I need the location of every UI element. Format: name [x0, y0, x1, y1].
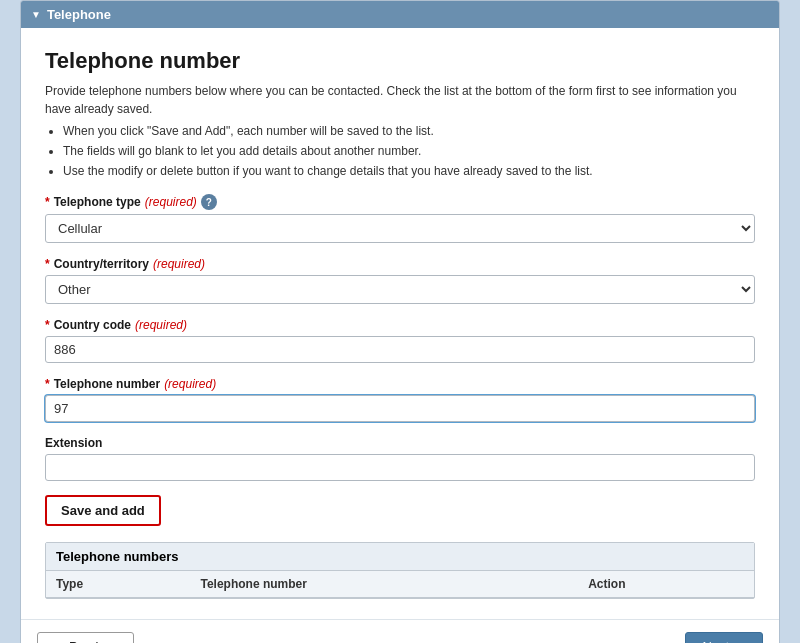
description-text: Provide telephone numbers below where yo… [45, 84, 737, 116]
previous-button[interactable]: ◄ Previous [37, 632, 134, 643]
country-code-group: * Country code (required) [45, 318, 755, 363]
extension-input[interactable] [45, 454, 755, 481]
required-star-2: * [45, 257, 50, 271]
country-territory-label: * Country/territory (required) [45, 257, 755, 271]
collapse-arrow-icon[interactable]: ▼ [31, 9, 41, 20]
country-territory-select[interactable]: Other United States Canada United Kingdo… [45, 275, 755, 304]
instruction-item-2: The fields will go blank to let you add … [63, 142, 755, 160]
save-and-add-button[interactable]: Save and add [45, 495, 161, 526]
telephone-type-label: * Telephone type (required) ? [45, 194, 755, 210]
telephone-number-input[interactable] [45, 395, 755, 422]
main-container: ▼ Telephone Telephone number Provide tel… [20, 0, 780, 643]
telephone-type-select[interactable]: Cellular Home Work Mobile Fax [45, 214, 755, 243]
col-action: Action [578, 571, 754, 598]
instruction-item-3: Use the modify or delete button if you w… [63, 162, 755, 180]
col-telephone-number: Telephone number [190, 571, 578, 598]
previous-label: Previous [69, 639, 120, 643]
form-title: Telephone number [45, 48, 755, 74]
section-header: ▼ Telephone [21, 1, 779, 28]
instructions-list: When you click "Save and Add", each numb… [63, 122, 755, 180]
form-body: Telephone number Provide telephone numbe… [21, 28, 779, 615]
help-icon-1[interactable]: ? [201, 194, 217, 210]
table-header-row: Type Telephone number Action [46, 571, 754, 598]
prev-arrow-icon: ◄ [52, 639, 65, 643]
required-star-1: * [45, 195, 50, 209]
required-star-3: * [45, 318, 50, 332]
section-title: Telephone [47, 7, 111, 22]
required-text-3: (required) [135, 318, 187, 332]
extension-group: Extension [45, 436, 755, 481]
telephone-numbers-section: Telephone numbers Type Telephone number … [45, 542, 755, 599]
next-arrow-icon: ► [733, 639, 746, 643]
telephone-type-group: * Telephone type (required) ? Cellular H… [45, 194, 755, 243]
required-star-4: * [45, 377, 50, 391]
telephone-type-label-text: Telephone type [54, 195, 141, 209]
country-code-label-text: Country code [54, 318, 131, 332]
country-code-input[interactable] [45, 336, 755, 363]
telephone-number-label: * Telephone number (required) [45, 377, 755, 391]
telephone-number-group: * Telephone number (required) [45, 377, 755, 422]
country-territory-group: * Country/territory (required) Other Uni… [45, 257, 755, 304]
next-button[interactable]: Next ► [685, 632, 763, 643]
instruction-item-1: When you click "Save and Add", each numb… [63, 122, 755, 140]
telephone-numbers-section-label: Telephone numbers [46, 543, 754, 571]
telephone-numbers-table: Type Telephone number Action [46, 571, 754, 598]
required-text-1: (required) [145, 195, 197, 209]
extension-label: Extension [45, 436, 755, 450]
col-type: Type [46, 571, 190, 598]
country-code-label: * Country code (required) [45, 318, 755, 332]
extension-label-text: Extension [45, 436, 102, 450]
country-territory-label-text: Country/territory [54, 257, 149, 271]
form-description: Provide telephone numbers below where yo… [45, 82, 755, 180]
footer-nav: ◄ Previous Next ► [21, 619, 779, 643]
required-text-2: (required) [153, 257, 205, 271]
telephone-number-label-text: Telephone number [54, 377, 160, 391]
next-label: Next [702, 639, 729, 643]
required-text-4: (required) [164, 377, 216, 391]
